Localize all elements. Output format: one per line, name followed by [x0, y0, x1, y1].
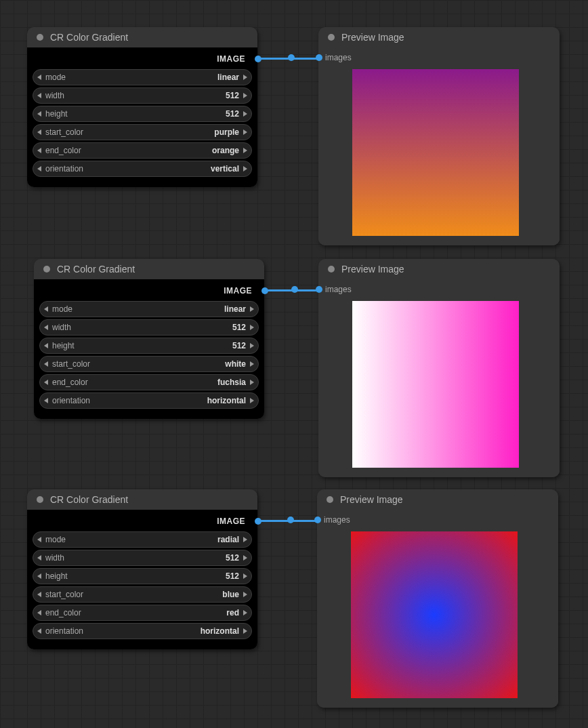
- node-body: images: [318, 47, 560, 245]
- cr-color-gradient-node[interactable]: CR Color Gradient IMAGE mode linear widt…: [34, 259, 264, 419]
- widget-mode[interactable]: mode radial: [33, 531, 252, 548]
- preview-image-node[interactable]: Preview Image images: [317, 489, 558, 708]
- node-header[interactable]: Preview Image: [317, 489, 558, 510]
- cr-color-gradient-node[interactable]: CR Color Gradient IMAGE mode linear widt…: [27, 27, 257, 187]
- chevron-left-icon[interactable]: [37, 166, 41, 171]
- widget-orientation[interactable]: orientation horizontal: [33, 623, 252, 639]
- output-image[interactable]: IMAGE: [39, 283, 259, 298]
- input-label: images: [324, 515, 350, 525]
- widget-height[interactable]: height 512: [33, 106, 252, 122]
- collapse-dot-icon[interactable]: [327, 496, 333, 503]
- output-image[interactable]: IMAGE: [33, 52, 252, 66]
- node-body: IMAGE mode radial width 512 height 512 s…: [27, 510, 257, 649]
- input-images[interactable]: images: [324, 512, 551, 527]
- collapse-dot-icon[interactable]: [37, 496, 43, 503]
- widget-start-color[interactable]: start_color blue: [33, 586, 252, 603]
- widget-end-color[interactable]: end_color red: [33, 605, 252, 621]
- collapse-dot-icon[interactable]: [328, 34, 335, 41]
- widget-value: horizontal: [207, 396, 246, 405]
- chevron-right-icon[interactable]: [250, 361, 254, 367]
- widget-mode[interactable]: mode linear: [39, 301, 259, 317]
- widget-value: 512: [226, 91, 239, 100]
- chevron-right-icon[interactable]: [250, 343, 254, 348]
- chevron-right-icon[interactable]: [243, 628, 247, 634]
- chevron-left-icon[interactable]: [37, 148, 41, 153]
- socket-input-icon[interactable]: [316, 54, 322, 61]
- widget-value: vertical: [211, 164, 239, 174]
- widget-value: 512: [226, 109, 239, 119]
- widget-orientation[interactable]: orientation vertical: [33, 161, 252, 177]
- widget-value: radial: [217, 535, 239, 544]
- chevron-left-icon[interactable]: [37, 555, 41, 561]
- preview-image: [352, 301, 519, 468]
- chevron-right-icon[interactable]: [250, 325, 254, 330]
- chevron-right-icon[interactable]: [243, 592, 247, 597]
- widget-width[interactable]: width 512: [33, 87, 252, 104]
- widget-label: end_color: [45, 146, 81, 155]
- widget-end-color[interactable]: end_color fuchsia: [39, 374, 259, 390]
- socket-input-icon[interactable]: [316, 286, 322, 293]
- widget-height[interactable]: height 512: [39, 338, 259, 354]
- chevron-right-icon[interactable]: [243, 166, 247, 171]
- widget-label: end_color: [45, 608, 81, 618]
- output-image[interactable]: IMAGE: [33, 514, 252, 529]
- input-images[interactable]: images: [325, 282, 553, 297]
- chevron-right-icon[interactable]: [250, 306, 254, 312]
- widget-start-color[interactable]: start_color purple: [33, 124, 252, 140]
- widget-label: height: [45, 109, 68, 119]
- widget-value: linear: [217, 73, 239, 82]
- node-header[interactable]: Preview Image: [318, 27, 560, 47]
- socket-input-icon[interactable]: [314, 517, 321, 523]
- collapse-dot-icon[interactable]: [37, 34, 43, 41]
- widget-value: 512: [226, 553, 239, 563]
- chevron-left-icon[interactable]: [44, 343, 48, 348]
- widget-label: start_color: [52, 359, 90, 369]
- chevron-right-icon[interactable]: [243, 537, 247, 542]
- chevron-right-icon[interactable]: [243, 148, 247, 153]
- chevron-left-icon[interactable]: [37, 111, 41, 117]
- cr-color-gradient-node[interactable]: CR Color Gradient IMAGE mode radial widt…: [27, 489, 257, 649]
- chevron-left-icon[interactable]: [37, 610, 41, 615]
- preview-image-node[interactable]: Preview Image images: [318, 259, 560, 477]
- widget-width[interactable]: width 512: [33, 550, 252, 566]
- chevron-right-icon[interactable]: [243, 129, 247, 135]
- widget-mode[interactable]: mode linear: [33, 69, 252, 85]
- widget-label: orientation: [52, 396, 90, 405]
- chevron-right-icon[interactable]: [243, 75, 247, 80]
- chevron-left-icon[interactable]: [44, 325, 48, 330]
- link-midpoint-icon: [287, 517, 294, 523]
- chevron-left-icon[interactable]: [44, 306, 48, 312]
- widget-start-color[interactable]: start_color white: [39, 356, 259, 372]
- chevron-right-icon[interactable]: [243, 555, 247, 561]
- chevron-left-icon[interactable]: [37, 592, 41, 597]
- chevron-left-icon[interactable]: [44, 380, 48, 385]
- chevron-left-icon[interactable]: [37, 537, 41, 542]
- chevron-left-icon[interactable]: [44, 361, 48, 367]
- input-images[interactable]: images: [325, 50, 553, 65]
- chevron-left-icon[interactable]: [37, 93, 41, 98]
- widget-orientation[interactable]: orientation horizontal: [39, 392, 259, 409]
- widget-value: 512: [226, 571, 239, 581]
- chevron-right-icon[interactable]: [243, 93, 247, 98]
- chevron-left-icon[interactable]: [37, 573, 41, 579]
- chevron-left-icon[interactable]: [37, 75, 41, 80]
- chevron-right-icon[interactable]: [243, 573, 247, 579]
- node-header[interactable]: CR Color Gradient: [34, 259, 264, 279]
- chevron-left-icon[interactable]: [37, 628, 41, 634]
- node-header[interactable]: CR Color Gradient: [27, 489, 257, 510]
- chevron-left-icon[interactable]: [37, 129, 41, 135]
- collapse-dot-icon[interactable]: [328, 266, 335, 272]
- node-header[interactable]: Preview Image: [318, 259, 560, 279]
- preview-image-node[interactable]: Preview Image images: [318, 27, 560, 245]
- widget-height[interactable]: height 512: [33, 568, 252, 584]
- chevron-right-icon[interactable]: [243, 111, 247, 117]
- widget-end-color[interactable]: end_color orange: [33, 142, 252, 159]
- chevron-right-icon[interactable]: [250, 398, 254, 403]
- widget-width[interactable]: width 512: [39, 319, 259, 336]
- chevron-left-icon[interactable]: [44, 398, 48, 403]
- widget-value: horizontal: [201, 626, 239, 636]
- chevron-right-icon[interactable]: [243, 610, 247, 615]
- collapse-dot-icon[interactable]: [43, 266, 50, 272]
- chevron-right-icon[interactable]: [250, 380, 254, 385]
- node-header[interactable]: CR Color Gradient: [27, 27, 257, 47]
